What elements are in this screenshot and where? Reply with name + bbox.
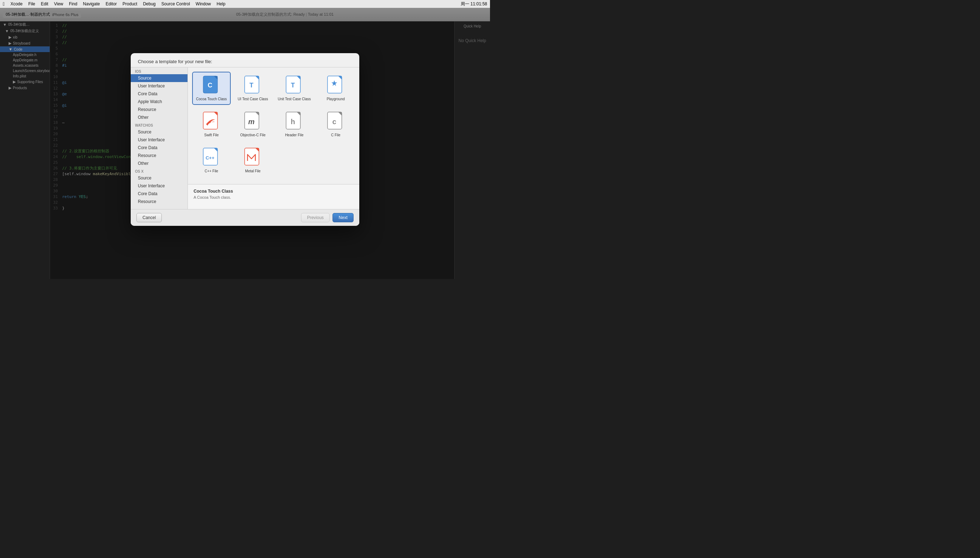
metal-icon	[244, 147, 262, 167]
template-objc-file[interactable]: m Objective-C File	[234, 108, 272, 141]
footer-nav-buttons: Previous Next	[301, 213, 354, 222]
header-file-label: Header File	[285, 133, 303, 137]
menu-file[interactable]: File	[28, 2, 35, 7]
previous-button[interactable]: Previous	[301, 213, 330, 222]
playground-icon	[327, 75, 345, 95]
menu-window[interactable]: Window	[196, 2, 211, 7]
modal-sidebar: iOS Source User Interface Core Data Appl…	[131, 67, 188, 209]
modal-sidebar-applewatch-ios[interactable]: Apple Watch	[131, 98, 188, 106]
menu-debug[interactable]: Debug	[143, 2, 155, 7]
modal-sidebar-other-ios[interactable]: Other	[131, 113, 188, 121]
header-icon: h	[285, 111, 303, 131]
modal-description: Cocoa Touch Class A Cocoa Touch class.	[188, 184, 359, 209]
modal-sidebar-resource-ios[interactable]: Resource	[131, 106, 188, 113]
svg-text:m: m	[248, 118, 255, 126]
template-ui-test-case-class[interactable]: T UI Test Case Class	[234, 72, 272, 105]
modal-footer: Cancel Previous Next	[131, 209, 359, 226]
cpp-file-label: C++ File	[205, 169, 218, 173]
svg-text:c: c	[332, 118, 336, 126]
modal-sidebar-source-watchos[interactable]: Source	[131, 128, 188, 136]
template-cocoa-touch-class[interactable]: C Cocoa Touch Class	[192, 72, 231, 105]
apple-menu[interactable]: 	[3, 1, 5, 7]
modal-section-watchos: watchOS	[131, 121, 188, 128]
svg-text:T: T	[291, 82, 295, 89]
menu-find[interactable]: Find	[69, 2, 77, 7]
template-header-file[interactable]: h Header File	[275, 108, 314, 141]
ui-test-icon: T	[244, 75, 262, 95]
modal-overlay: Choose a template for your new file: iOS…	[0, 0, 490, 279]
modal-desc-text: A Cocoa Touch class.	[194, 195, 354, 199]
modal-sidebar-ui-osx[interactable]: User Interface	[131, 182, 188, 190]
template-playground[interactable]: Playground	[316, 72, 355, 105]
cocoa-touch-class-label: Cocoa Touch Class	[196, 97, 227, 101]
modal-sidebar-ui-ios[interactable]: User Interface	[131, 82, 188, 90]
modal-body: iOS Source User Interface Core Data Appl…	[131, 67, 359, 209]
svg-text:h: h	[291, 118, 295, 126]
cancel-button[interactable]: Cancel	[137, 213, 162, 222]
ui-test-case-label: UI Test Case Class	[238, 97, 268, 101]
template-area: C Cocoa Touch Class T	[188, 67, 359, 209]
template-grid: C Cocoa Touch Class T	[188, 67, 359, 184]
cocoa-touch-icon: C	[203, 75, 221, 95]
modal-sidebar-source-osx[interactable]: Source	[131, 174, 188, 182]
swift-file-label: Swift File	[204, 133, 219, 137]
new-file-dialog: Choose a template for your new file: iOS…	[131, 53, 359, 226]
modal-sidebar-ui-watchos[interactable]: User Interface	[131, 136, 188, 144]
modal-header: Choose a template for your new file:	[131, 53, 359, 67]
c-file-icon: c	[327, 111, 345, 131]
template-swift-file[interactable]: Swift File	[192, 108, 231, 141]
metal-file-label: Metal File	[245, 169, 260, 173]
menu-navigate[interactable]: Navigate	[83, 2, 100, 7]
modal-header-text: Choose a template for your new file:	[138, 59, 212, 64]
svg-text:C: C	[208, 82, 212, 89]
modal-sidebar-resource-watchos[interactable]: Resource	[131, 152, 188, 159]
template-unit-test-case-class[interactable]: T Unit Test Case Class	[275, 72, 314, 105]
modal-sidebar-other-watchos[interactable]: Other	[131, 159, 188, 167]
playground-label: Playground	[327, 97, 345, 101]
cpp-icon: C++	[203, 147, 221, 167]
objc-file-label: Objective-C File	[240, 133, 265, 137]
modal-sidebar-coredata-ios[interactable]: Core Data	[131, 90, 188, 98]
menu-help[interactable]: Help	[217, 2, 226, 7]
clock: 周一 11:01:58	[461, 1, 487, 7]
template-metal-file[interactable]: Metal File	[234, 144, 272, 177]
modal-sidebar-source-ios[interactable]: Source	[131, 74, 188, 82]
menu-edit[interactable]: Edit	[41, 2, 49, 7]
template-cpp-file[interactable]: C++ C++ File	[192, 144, 231, 177]
modal-section-ios: iOS	[131, 67, 188, 74]
unit-test-case-label: Unit Test Case Class	[278, 97, 311, 101]
unit-test-icon: T	[285, 75, 303, 95]
next-button[interactable]: Next	[333, 213, 354, 222]
modal-desc-title: Cocoa Touch Class	[194, 189, 354, 194]
menu-xcode[interactable]: Xcode	[10, 2, 23, 7]
svg-text:T: T	[250, 82, 254, 89]
svg-text:C++: C++	[206, 155, 215, 161]
menubar:  Xcode File Edit View Find Navigate Edi…	[0, 0, 490, 8]
template-c-file[interactable]: c C File	[316, 108, 355, 141]
modal-sidebar-coredata-osx[interactable]: Core Data	[131, 190, 188, 198]
menu-product[interactable]: Product	[122, 2, 137, 7]
menu-view[interactable]: View	[54, 2, 63, 7]
modal-section-osx: OS X	[131, 167, 188, 174]
c-file-label: C File	[331, 133, 340, 137]
modal-sidebar-resource-osx[interactable]: Resource	[131, 198, 188, 205]
menu-editor[interactable]: Editor	[106, 2, 117, 7]
swift-icon	[203, 111, 221, 131]
svg-rect-26	[245, 148, 259, 165]
objc-icon: m	[244, 111, 262, 131]
modal-sidebar-coredata-watchos[interactable]: Core Data	[131, 144, 188, 152]
menu-source-control[interactable]: Source Control	[161, 2, 190, 7]
